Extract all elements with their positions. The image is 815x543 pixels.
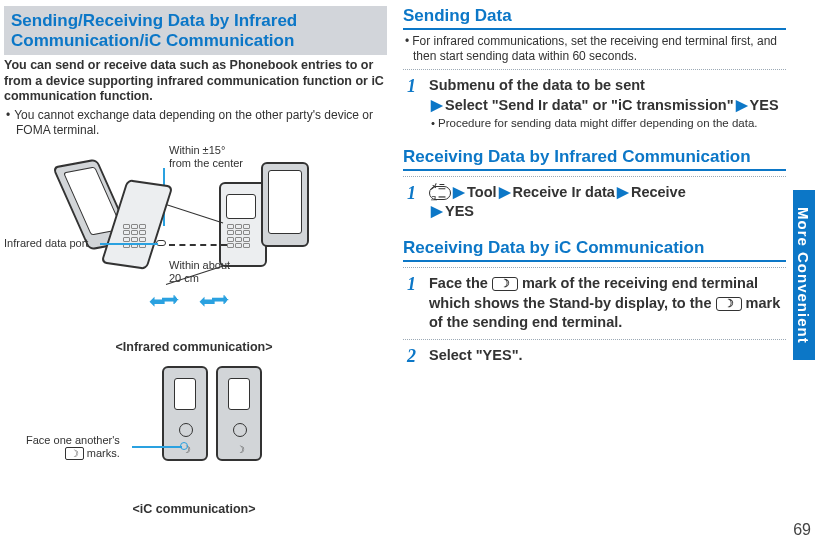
intro-text: You can send or receive data such as Pho… (4, 58, 387, 105)
distance-label: Within about 20 cm (169, 259, 239, 284)
page-number: 69 (793, 521, 811, 539)
s2-c: Receive (631, 184, 686, 200)
phone-back-right: ☽ (216, 366, 262, 461)
page-root: Sending/Receiving Data by Infrared Commu… (0, 0, 815, 543)
diagram2-caption: <iC communication> (4, 502, 384, 516)
intro-bullet: You cannot exchange data depending on th… (4, 108, 387, 138)
s1-a: Submenu of the data to be sent (429, 77, 645, 93)
s2-d: YES (445, 203, 474, 219)
recv-ir-step-1: 1 メニュー▶Tool▶Receive Ir data▶Receive▶YES (407, 183, 786, 222)
heading-recv-ir: Receiving Data by Infrared Communication (403, 147, 786, 171)
port-label: Infrared data port (4, 237, 88, 250)
step-number: 2 (407, 346, 421, 367)
recv-ic-step-2: 2 Select "YES". (407, 346, 786, 367)
distance-arrows: ⬅⮕ (149, 289, 176, 313)
left-column: Sending/Receiving Data by Infrared Commu… (0, 0, 395, 543)
heading-recv-ic: Receiving Data by iC Communication (403, 238, 786, 262)
recv-ic-step-1: 1 Face the ☽ mark of the receiving end t… (407, 274, 786, 333)
ic-mark-icon: ☽ (716, 297, 742, 311)
heading-sending: Sending Data (403, 6, 786, 30)
step-text: メニュー▶Tool▶Receive Ir data▶Receive▶YES (429, 183, 686, 222)
section-header-box: Sending/Receiving Data by Infrared Commu… (4, 6, 387, 55)
ic-diagram: ☽ ☽ Face one another's ☽ marks. <iC comm… (4, 358, 384, 516)
moon-mark-icon: ☽ (65, 447, 84, 461)
angle-line1: Within ±15° (169, 144, 225, 156)
side-tab-text: More Convenient (795, 207, 812, 344)
distance-arrows-2: ⬅⮕ (199, 289, 226, 313)
s3-a: Face the (429, 275, 488, 291)
sending-note: For infrared communications, set the rec… (403, 34, 786, 64)
ic-mark-icon: ☽ (492, 277, 518, 291)
face-label: Face one another's ☽ marks. (26, 434, 120, 460)
step-number: 1 (407, 183, 421, 222)
sending-step-1: 1 Submenu of the data to be sent ▶Select… (407, 76, 786, 131)
face-label-2: marks. (87, 447, 120, 459)
step-text: Face the ☽ mark of the receiving end ter… (429, 274, 786, 333)
face-label-1: Face one another's (26, 434, 120, 446)
s2-b: Receive Ir data (513, 184, 615, 200)
side-tab-label: More Convenient (793, 165, 813, 385)
right-column: Sending Data For infrared communications… (395, 0, 790, 543)
s1-c: YES (750, 97, 779, 113)
diagram1-caption: <Infrared communication> (4, 340, 384, 354)
s2-a: Tool (467, 184, 497, 200)
step-text: Submenu of the data to be sent ▶Select "… (429, 76, 779, 131)
step-number: 1 (407, 76, 421, 131)
step-number: 1 (407, 274, 421, 333)
phone-left (69, 162, 164, 292)
s1-subnote: Procedure for sending data might differ … (429, 117, 779, 131)
infrared-diagram: Within ±15° from the center (4, 144, 384, 354)
step-text: Select "YES". (429, 346, 523, 367)
s1-b: Select "Send Ir data" or "iC transmissio… (445, 97, 734, 113)
section-title: Sending/Receiving Data by Infrared Commu… (11, 11, 380, 50)
menu-icon: メニュー (429, 186, 451, 200)
